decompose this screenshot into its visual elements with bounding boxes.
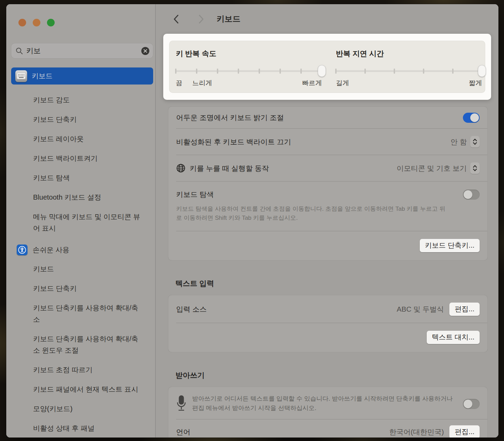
dictation-row: 받아쓰기로 어디서든 텍스트를 입력할 수 있습니다. 받아쓰기를 시작하려면 … bbox=[168, 387, 487, 419]
sidebar-section-accessibility[interactable]: 손쉬운 사용 bbox=[17, 244, 155, 255]
content-pane: 키보드 키 반복 속도 끔 느리게 bbox=[156, 4, 498, 438]
language-row: 언어 한국어(대한민국) 편집... bbox=[168, 419, 487, 438]
navigation-bar: 키보드 bbox=[156, 4, 498, 34]
sidebar-item-keyboard-backlight[interactable]: 키보드 백라이트켜기 bbox=[33, 153, 142, 164]
sidebar-item-ax-zoom-shortcut[interactable]: 키보드 단축키를 사용하여 확대/축소 bbox=[33, 302, 142, 325]
globe-action-label: 키를 누를 때 실행할 동작 bbox=[190, 163, 269, 173]
sidebar-item-keyboard-sensitivity[interactable]: 키보드 감도 bbox=[33, 94, 142, 106]
slider-thumb[interactable] bbox=[478, 65, 486, 77]
label-short: 짧게 bbox=[469, 79, 482, 88]
dictation-header: 받아쓰기 bbox=[175, 370, 488, 380]
brightness-row: 어두운 조명에서 키보드 밝기 조절 bbox=[168, 107, 487, 128]
backlight-off-popup[interactable] bbox=[470, 136, 480, 147]
accessibility-icon bbox=[17, 244, 27, 255]
sidebar-keyboard-results: 키보드 감도 키보드 단축키 키보드 레이아웃 키보드 백라이트켜기 키보드 탐… bbox=[33, 94, 143, 234]
settings-scroll-area: 키 반복 속도 끔 느리게 빠르게 반복 지연 시간 bbox=[156, 34, 498, 438]
search-clear-icon[interactable] bbox=[141, 47, 149, 55]
sidebar-item-ax-inactive-panel[interactable]: 비활성 상태 후 패널 bbox=[33, 423, 142, 434]
sidebar-item-ax-focus-follow[interactable]: 키보드 초점 따르기 bbox=[33, 364, 142, 376]
traffic-lights bbox=[6, 4, 155, 26]
keyboard-nav-label: 키보드 탐색 bbox=[176, 190, 214, 199]
repeat-delay-slider[interactable] bbox=[336, 65, 482, 77]
text-input-header: 텍스트 입력 bbox=[175, 279, 488, 288]
close-window-button[interactable] bbox=[18, 19, 26, 26]
key-repeat-slider[interactable] bbox=[176, 65, 322, 77]
input-source-value: ABC 및 두벌식 bbox=[397, 304, 444, 314]
search-icon bbox=[16, 47, 23, 55]
label-off: 끔 bbox=[176, 79, 182, 88]
shortcuts-button-row: 키보드 단축키... bbox=[168, 231, 487, 260]
sidebar-item-menubar-viewer[interactable]: 메뉴 막대에 키보드 및 이모티콘 뷰어 표시 bbox=[33, 211, 142, 234]
search-value: 키보 bbox=[26, 46, 41, 56]
dictation-description: 받아쓰기로 어디서든 텍스트를 입력할 수 있습니다. 받아쓰기를 시작하려면 … bbox=[192, 394, 463, 413]
backlight-off-value: 안 함 bbox=[450, 137, 467, 147]
page-title: 키보드 bbox=[216, 14, 241, 24]
brightness-toggle[interactable] bbox=[463, 113, 480, 123]
dictation-card: 받아쓰기로 어디서든 텍스트를 입력할 수 있습니다. 받아쓰기를 시작하려면 … bbox=[168, 387, 488, 438]
keyboard-nav-description: 키보드 탐색을 사용하여 컨트롤 간에 초점을 이동합니다. 초점을 앞으로 이… bbox=[168, 205, 487, 223]
keyboard-settings-card: 어두운 조명에서 키보드 밝기 조절 비활성화된 후 키보드 백라이트 끄기 안… bbox=[168, 106, 488, 260]
keyboard-shortcuts-button[interactable]: 키보드 단축키... bbox=[420, 239, 480, 252]
text-replace-row: 텍스트 대치... bbox=[168, 323, 487, 352]
slider-track[interactable] bbox=[336, 70, 482, 72]
zoom-window-button[interactable] bbox=[47, 19, 55, 26]
language-value: 한국어(대한민국) bbox=[389, 427, 444, 437]
sidebar: 키보 키보드 키보드 감도 키보드 단축키 키보드 레이아웃 키보드 백라이트켜… bbox=[6, 4, 156, 438]
sidebar-item-ax-panel-text[interactable]: 키보드 패널에서 현재 텍스트 표시 bbox=[33, 384, 142, 395]
search-highlight-panel: 키 반복 속도 끔 느리게 빠르게 반복 지연 시간 bbox=[163, 34, 491, 100]
sidebar-accessibility-results: 키보드 키보드 단축키 키보드 단축키를 사용하여 확대/축소 키보드 단축키를… bbox=[33, 263, 143, 434]
key-repeat-scale-labels: 끔 느리게 빠르게 bbox=[176, 79, 322, 88]
settings-window: 키보 키보드 키보드 감도 키보드 단축키 키보드 레이아웃 키보드 백라이트켜… bbox=[6, 4, 498, 438]
key-repeat-group: 키 반복 속도 끔 느리게 빠르게 bbox=[176, 41, 322, 93]
repeat-settings-card: 키 반복 속도 끔 느리게 빠르게 반복 지연 시간 bbox=[169, 41, 485, 93]
globe-action-value: 이모티콘 및 기호 보기 bbox=[396, 163, 467, 173]
sidebar-item-ax-keyboard[interactable]: 키보드 bbox=[33, 263, 142, 275]
input-source-edit-button[interactable]: 편집... bbox=[449, 303, 480, 316]
search-input[interactable]: 키보 bbox=[11, 43, 153, 58]
forward-button[interactable] bbox=[198, 15, 206, 24]
input-source-row: 입력 소스 ABC 및 두벌식 편집... bbox=[168, 295, 487, 323]
repeat-delay-group: 반복 지연 시간 길게 짧게 bbox=[336, 41, 482, 93]
microphone-icon bbox=[176, 394, 192, 413]
sidebar-item-label: 키보드 bbox=[32, 71, 53, 81]
sidebar-search: 키보 bbox=[11, 43, 153, 58]
slider-track[interactable] bbox=[176, 70, 322, 72]
key-repeat-title: 키 반복 속도 bbox=[176, 49, 216, 58]
sidebar-item-keyboard-shortcuts[interactable]: 키보드 단축키 bbox=[33, 114, 142, 125]
sidebar-item-ax-appearance[interactable]: 모양(키보드) bbox=[33, 403, 142, 415]
sidebar-item-ax-shortcuts[interactable]: 키보드 단축키 bbox=[33, 283, 142, 294]
label-fast: 빠르게 bbox=[302, 79, 322, 88]
dictation-toggle[interactable] bbox=[463, 399, 480, 409]
sidebar-item-bluetooth-keyboard[interactable]: Bluetooth 키보드 설정 bbox=[33, 192, 142, 203]
text-input-card: 입력 소스 ABC 및 두벌식 편집... 텍스트 대치... bbox=[168, 295, 488, 352]
backlight-off-row: 비활성화된 후 키보드 백라이트 끄기 안 함 bbox=[168, 129, 487, 155]
repeat-delay-title: 반복 지연 시간 bbox=[336, 49, 384, 58]
globe-action-popup[interactable] bbox=[470, 162, 480, 174]
keyboard-app-icon bbox=[15, 70, 27, 82]
sidebar-item-keyboard-layout[interactable]: 키보드 레이아웃 bbox=[33, 133, 142, 145]
sidebar-item-ax-zoom-window[interactable]: 키보드 단축키를 사용하여 확대/축소 윈도우 조절 bbox=[33, 333, 142, 356]
input-source-label: 입력 소스 bbox=[176, 304, 207, 314]
label-long: 길게 bbox=[336, 79, 349, 88]
keyboard-nav-row: 키보드 탐색 bbox=[168, 182, 487, 205]
repeat-delay-scale-labels: 길게 짧게 bbox=[336, 79, 482, 88]
globe-action-row: 키를 누를 때 실행할 동작 이모티콘 및 기호 보기 bbox=[168, 155, 487, 181]
language-label: 언어 bbox=[176, 427, 190, 437]
text-replacements-button[interactable]: 텍스트 대치... bbox=[427, 331, 480, 344]
sidebar-section-label: 손쉬운 사용 bbox=[33, 245, 70, 255]
back-button[interactable] bbox=[173, 15, 181, 24]
minimize-window-button[interactable] bbox=[33, 19, 40, 26]
sidebar-item-keyboard-selected[interactable]: 키보드 bbox=[11, 67, 153, 85]
keyboard-nav-toggle[interactable] bbox=[463, 190, 480, 200]
slider-thumb[interactable] bbox=[318, 65, 326, 77]
backlight-off-label: 비활성화된 후 키보드 백라이트 끄기 bbox=[176, 137, 291, 147]
label-slow: 느리게 bbox=[192, 79, 212, 88]
sidebar-item-keyboard-navigation[interactable]: 키보드 탐색 bbox=[33, 172, 142, 184]
brightness-label: 어두운 조명에서 키보드 밝기 조절 bbox=[176, 113, 284, 122]
language-edit-button[interactable]: 편집... bbox=[449, 425, 480, 438]
globe-icon bbox=[176, 163, 186, 173]
